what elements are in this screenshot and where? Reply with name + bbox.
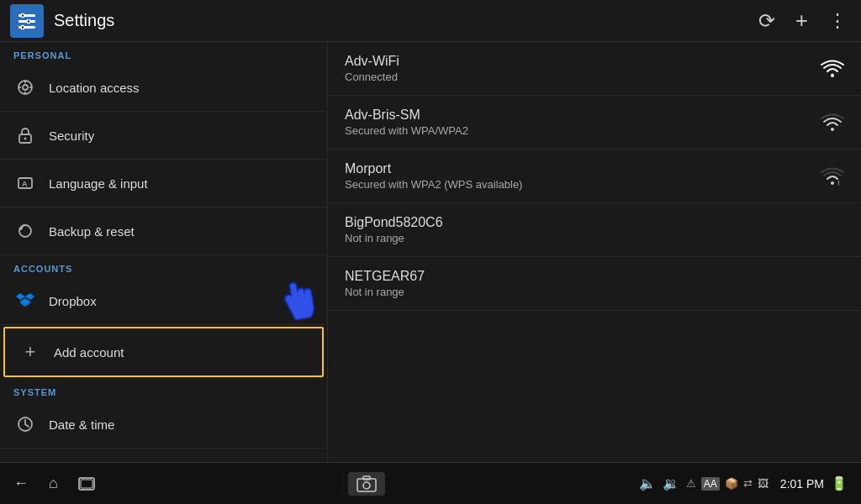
- dropbox-icon: [13, 289, 37, 312]
- wifi-signal-adv-bris-sm: [821, 113, 844, 132]
- svg-point-13: [24, 138, 27, 140]
- warning-icon: ⚠: [686, 477, 696, 490]
- add-icon: +: [18, 340, 42, 364]
- lock-icon: [13, 123, 37, 147]
- add-button[interactable]: +: [792, 4, 811, 37]
- svg-point-30: [831, 74, 834, 77]
- sidebar-item-accessibility[interactable]: Accessibility: [0, 449, 327, 462]
- main-wrapper: PERSONAL Location access: [0, 42, 861, 462]
- clock-icon: [13, 412, 37, 436]
- wifi-name-adv-bris-sm: Adv-Bris-SM: [345, 108, 821, 123]
- sidebar-item-dropbox[interactable]: Dropbox: [0, 277, 327, 325]
- wifi-item-adv-bris-sm[interactable]: Adv-Bris-SM Secured with WPA/WPA2: [328, 96, 861, 150]
- wifi-info-netgear: NETGEAR67 Not in range: [345, 269, 844, 298]
- top-bar: Settings ⟳ + ⋮: [0, 0, 861, 42]
- sidebar: PERSONAL Location access: [0, 42, 328, 462]
- svg-text:!: !: [837, 179, 840, 186]
- page-title: Settings: [54, 11, 755, 30]
- sync-button[interactable]: ⟳: [755, 6, 779, 36]
- svg-marker-17: [25, 293, 34, 300]
- sidebar-item-security[interactable]: Security: [0, 112, 327, 160]
- wifi-item-morport[interactable]: Morport Secured with WPA2 (WPS available…: [328, 150, 861, 203]
- camera-button-center[interactable]: [348, 472, 385, 496]
- sidebar-item-date-time[interactable]: Date & time: [0, 401, 327, 449]
- sidebar-item-location-access[interactable]: Location access: [0, 64, 327, 112]
- wifi-info-adv-wifi: Adv-WiFi Connected: [345, 54, 821, 83]
- wifi-item-adv-wifi[interactable]: Adv-WiFi Connected: [328, 42, 861, 96]
- language-icon: A: [13, 171, 37, 195]
- wifi-status-morport: Secured with WPA2 (WPS available): [345, 178, 821, 191]
- wifi-name-adv-wifi: Adv-WiFi: [345, 54, 821, 69]
- wifi-panel: Adv-WiFi Connected Adv-Bris-SM Secured w…: [328, 42, 861, 462]
- sync-icon: ⇄: [743, 477, 753, 490]
- bottom-navigation: ← ⌂ 🔈 🔉 ⚠ AA 📦 ⇄ 🖼 2:01 PM 🔋: [0, 462, 861, 504]
- sidebar-item-language-input[interactable]: A Language & input: [0, 160, 327, 207]
- svg-line-24: [25, 424, 29, 427]
- security-label: Security: [49, 129, 94, 143]
- wifi-info-adv-bris-sm: Adv-Bris-SM Secured with WPA/WPA2: [345, 108, 821, 137]
- wifi-status-netgear: Not in range: [345, 286, 844, 298]
- location-icon: [13, 76, 37, 99]
- accounts-section-header: ACCOUNTS: [0, 255, 327, 277]
- svg-rect-38: [81, 480, 92, 488]
- dropbox-label: Dropbox: [49, 294, 97, 308]
- svg-point-7: [23, 85, 28, 90]
- wifi-info-morport: Morport Secured with WPA2 (WPS available…: [345, 161, 821, 191]
- wifi-status-adv-bris-sm: Secured with WPA/WPA2: [345, 124, 821, 137]
- svg-text:A: A: [22, 180, 28, 188]
- app-icon: [10, 4, 44, 38]
- backup-icon: [13, 219, 37, 243]
- volume-down-button[interactable]: 🔈: [639, 475, 656, 491]
- wifi-status-bigpond: Not in range: [345, 232, 844, 244]
- toolbar-actions: ⟳ + ⋮: [755, 4, 851, 37]
- dropbox-status-icon: 📦: [725, 477, 738, 490]
- photo-icon: 🖼: [758, 477, 769, 490]
- date-time-label: Date & time: [49, 417, 114, 432]
- location-access-label: Location access: [49, 81, 140, 95]
- status-icons: ⚠ AA 📦 ⇄ 🖼: [686, 477, 769, 491]
- camera-button[interactable]: [348, 472, 385, 496]
- wifi-status-adv-wifi: Connected: [345, 71, 821, 83]
- svg-rect-41: [363, 476, 370, 480]
- wifi-name-netgear: NETGEAR67: [345, 269, 844, 284]
- aa-icon: AA: [701, 477, 720, 491]
- svg-point-3: [21, 13, 24, 17]
- wifi-item-bigpond[interactable]: BigPond5820C6 Not in range: [328, 203, 861, 257]
- wifi-name-morport: Morport: [345, 161, 821, 176]
- svg-point-4: [27, 19, 30, 23]
- battery-icon: 🔋: [831, 475, 848, 491]
- wifi-name-bigpond: BigPond5820C6: [345, 215, 844, 230]
- sidebar-item-backup-reset[interactable]: Backup & reset: [0, 207, 327, 255]
- nav-buttons-left: ← ⌂: [13, 475, 95, 492]
- wifi-signal-adv-wifi: [821, 60, 844, 78]
- system-section-header: SYSTEM: [0, 379, 327, 401]
- wifi-item-netgear[interactable]: NETGEAR67 Not in range: [328, 257, 861, 311]
- wifi-signal-morport: !: [821, 167, 844, 186]
- status-bar-right: 🔈 🔉 ⚠ AA 📦 ⇄ 🖼 2:01 PM 🔋: [639, 475, 848, 491]
- home-button[interactable]: ⌂: [49, 475, 58, 492]
- sidebar-item-add-account[interactable]: + Add account: [3, 327, 324, 377]
- svg-point-31: [831, 128, 834, 131]
- backup-reset-label: Backup & reset: [49, 224, 135, 239]
- volume-up-button[interactable]: 🔉: [663, 475, 679, 491]
- language-input-label: Language & input: [49, 176, 148, 191]
- back-button[interactable]: ←: [13, 475, 29, 492]
- status-time: 2:01 PM: [780, 477, 824, 491]
- wifi-info-bigpond: BigPond5820C6 Not in range: [345, 215, 844, 244]
- svg-point-40: [363, 482, 370, 489]
- more-options-button[interactable]: ⋮: [825, 7, 851, 35]
- add-account-label: Add account: [54, 345, 124, 360]
- personal-section-header: PERSONAL: [0, 42, 327, 64]
- svg-point-5: [21, 25, 24, 29]
- recents-button[interactable]: [78, 477, 95, 491]
- svg-point-32: [831, 181, 834, 185]
- accessibility-icon: [13, 460, 37, 462]
